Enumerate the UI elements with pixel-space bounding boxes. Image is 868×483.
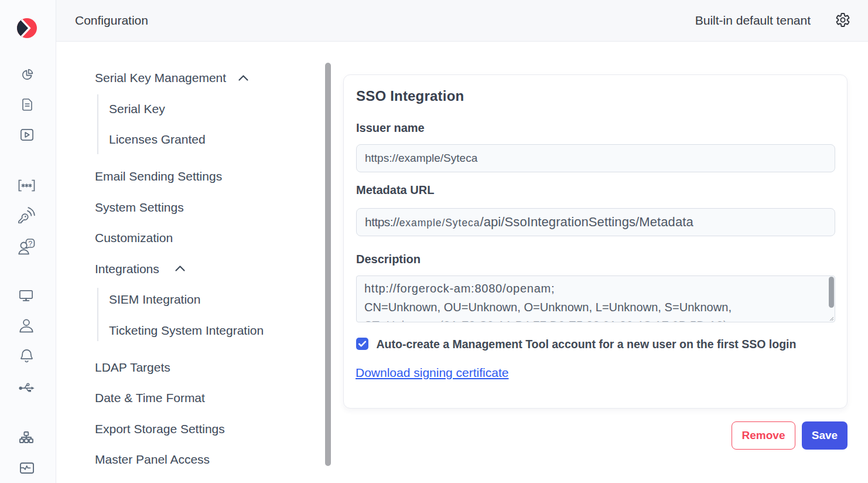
svg-text:?: ? xyxy=(28,240,32,248)
